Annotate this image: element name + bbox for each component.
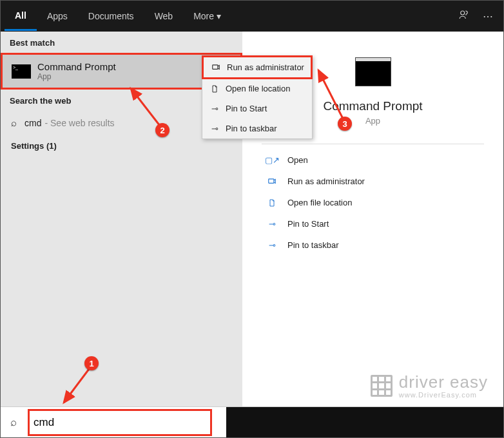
ellipsis-icon[interactable]: ⋯ — [483, 10, 493, 23]
search-input[interactable] — [30, 412, 210, 433]
pin-icon: ⊸ — [266, 240, 278, 250]
menu-label: Run as administrator — [227, 62, 304, 72]
menu-open-location[interactable]: Open file location — [202, 79, 312, 99]
annotation-3: 3 — [338, 117, 352, 131]
preview-actions: ▢↗Open Run as administrator Open file lo… — [242, 149, 503, 256]
context-menu: Run as administrator Open file location … — [202, 55, 313, 139]
action-open[interactable]: ▢↗Open — [259, 149, 503, 171]
action-label: Open — [287, 155, 308, 165]
menu-run-admin[interactable]: Run as administrator — [202, 55, 313, 79]
annotation-2: 2 — [155, 123, 170, 137]
menu-pin-taskbar[interactable]: ⊸Pin to taskbar — [202, 119, 312, 138]
tab-more[interactable]: More ▾ — [183, 3, 231, 30]
open-icon: ▢↗ — [266, 155, 278, 165]
action-pin-taskbar[interactable]: ⊸Pin to taskbar — [259, 234, 503, 256]
shield-icon — [266, 177, 278, 186]
folder-icon — [209, 84, 220, 93]
search-highlight — [28, 409, 212, 436]
preview-app-icon — [355, 57, 391, 86]
tab-web[interactable]: Web — [144, 3, 184, 30]
action-label: Pin to taskbar — [287, 240, 339, 250]
action-open-location[interactable]: Open file location — [259, 192, 503, 213]
tab-apps[interactable]: Apps — [37, 3, 78, 30]
divider — [262, 144, 483, 144]
shield-icon — [210, 63, 222, 72]
action-run-admin[interactable]: Run as administrator — [259, 171, 503, 192]
action-label: Open file location — [287, 198, 352, 207]
web-result-suffix: - See web results — [44, 118, 114, 128]
preview-title: Command Prompt — [323, 99, 422, 113]
pin-icon: ⊸ — [209, 104, 220, 113]
tab-all[interactable]: All — [5, 2, 37, 31]
search-icon: ⌕ — [1, 416, 26, 429]
best-match-title: Command Prompt — [37, 61, 116, 72]
best-match-subtitle: App — [37, 72, 116, 81]
taskbar-dark-region — [226, 407, 503, 437]
action-label: Run as administrator — [287, 176, 365, 186]
taskbar-search: ⌕ — [1, 406, 503, 437]
svg-rect-1 — [269, 178, 274, 182]
action-pin-start[interactable]: ⊸Pin to Start — [259, 213, 503, 234]
menu-label: Open file location — [226, 84, 290, 93]
svg-point-0 — [461, 11, 465, 15]
menu-pin-start[interactable]: ⊸Pin to Start — [202, 99, 312, 119]
annotation-1: 1 — [84, 356, 99, 370]
best-match-header: Best match — [1, 32, 242, 53]
web-result-query: cmd — [24, 118, 41, 128]
command-prompt-icon — [12, 64, 31, 79]
pin-icon: ⊸ — [266, 219, 278, 229]
action-label: Pin to Start — [287, 219, 329, 229]
search-icon: ⌕ — [11, 117, 17, 128]
menu-label: Pin to Start — [226, 104, 267, 113]
feedback-icon[interactable] — [458, 9, 470, 23]
menu-label: Pin to taskbar — [226, 124, 277, 133]
search-filter-tabs: All Apps Documents Web More ▾ ⋯ — [1, 1, 503, 32]
chevron-down-icon: ▾ — [217, 11, 221, 21]
folder-icon — [266, 198, 278, 207]
tab-documents[interactable]: Documents — [78, 3, 144, 30]
pin-icon: ⊸ — [209, 124, 220, 133]
preview-subtitle: App — [365, 116, 380, 126]
svg-rect-2 — [213, 64, 218, 68]
